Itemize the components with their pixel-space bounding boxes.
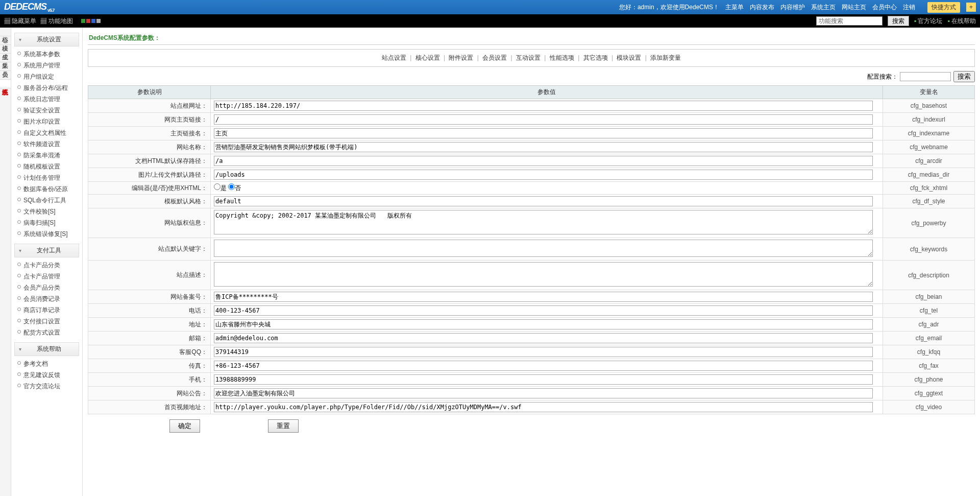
official-forum-link[interactable]: ▪ 官方论坛 <box>914 17 943 26</box>
vtab-会员[interactable]: 会员 <box>0 62 11 71</box>
theme-color-picker[interactable] <box>81 19 101 23</box>
theme-blue[interactable] <box>91 19 95 23</box>
submit-button[interactable]: 确定 <box>169 419 200 433</box>
vtab-采集[interactable]: 采集 <box>0 54 11 62</box>
sidebar-item[interactable]: 参考文档 <box>16 358 79 369</box>
top-menu-注销[interactable]: 注销 <box>903 4 915 11</box>
param-input-cfg_medias_dir[interactable] <box>214 170 873 180</box>
theme-green[interactable] <box>81 19 85 23</box>
sidebar-item[interactable]: 商店订单记录 <box>16 304 79 316</box>
sidebar-item[interactable]: 意见建议反馈 <box>16 369 79 381</box>
function-search-button[interactable]: 搜索 <box>888 16 909 26</box>
section-header[interactable]: 系统帮助 <box>14 342 79 356</box>
theme-gray[interactable] <box>96 19 101 23</box>
config-tab[interactable]: 模块设置 <box>617 54 641 61</box>
vtab-模板[interactable]: 模板 <box>0 71 11 80</box>
vtab-系统[interactable]: 系统 <box>0 80 11 88</box>
quick-mode-button[interactable]: 快捷方式 <box>927 2 960 13</box>
param-input-cfg_beian[interactable] <box>214 292 873 302</box>
param-input-cfg_indexname[interactable] <box>214 128 873 138</box>
function-search-input[interactable] <box>816 16 883 26</box>
param-input-cfg_indexurl[interactable] <box>214 114 873 125</box>
config-tab[interactable]: 站点设置 <box>382 54 406 61</box>
config-tab[interactable]: 性能选项 <box>550 54 574 61</box>
param-var: cfg_powerby <box>883 208 975 238</box>
section-header[interactable]: 系统设置 <box>14 33 79 46</box>
param-input-cfg_webname[interactable] <box>214 142 873 152</box>
sidebar-item[interactable]: 系统用户管理 <box>16 60 79 71</box>
sidebar-item[interactable]: 验证安全设置 <box>16 105 79 116</box>
param-input-cfg_email[interactable] <box>214 333 873 343</box>
param-label: 站点默认关键字： <box>88 238 211 261</box>
param-input-cfg_video[interactable] <box>214 402 873 412</box>
param-input-cfg_kfqq[interactable] <box>214 347 873 357</box>
online-help-link[interactable]: ▪ 在线帮助 <box>947 17 976 26</box>
sidebar-item[interactable]: 软件频道设置 <box>16 138 79 150</box>
param-label: 手机： <box>88 373 211 387</box>
param-textarea-cfg_keywords[interactable] <box>214 240 873 257</box>
sidebar-item[interactable]: 配货方式设置 <box>16 327 79 338</box>
reset-button[interactable]: 重置 <box>268 419 299 433</box>
sidebar-item[interactable]: 图片水印设置 <box>16 116 79 127</box>
sidebar-item[interactable]: 支付接口设置 <box>16 316 79 327</box>
hide-menu-link[interactable]: ▦ 隐藏菜单 <box>4 17 36 26</box>
plus-button[interactable]: + <box>966 3 976 12</box>
param-textarea-cfg_powerby[interactable] <box>214 210 873 234</box>
sidebar-item[interactable]: 数据库备份/还原 <box>16 183 79 195</box>
param-input-cfg_basehost[interactable] <box>214 101 873 111</box>
theme-red[interactable] <box>86 19 90 23</box>
param-textarea-cfg_description[interactable] <box>214 262 873 287</box>
sidebar-item[interactable]: 系统错误修复[S] <box>16 228 79 240</box>
param-var: cfg_kfqq <box>883 345 975 359</box>
config-search-input[interactable] <box>900 72 951 81</box>
param-input-cfg_tel[interactable] <box>214 305 873 316</box>
vtab-生成[interactable]: 生成 <box>0 45 11 54</box>
sidebar-item[interactable]: 点卡产品分类 <box>16 259 79 271</box>
sidebar-item[interactable]: 防采集串混淆 <box>16 150 79 161</box>
sidebar: 系统设置系统基本参数系统用户管理用户组设定服务器分布/远程系统日志管理验证安全设… <box>11 28 83 496</box>
function-map-link[interactable]: ▦ 功能地图 <box>40 17 72 26</box>
sidebar-item[interactable]: 文件校验[S] <box>16 206 79 217</box>
top-menu-内容发布[interactable]: 内容发布 <box>750 4 774 11</box>
vtab-核心[interactable]: 核心 <box>0 28 11 36</box>
sidebar-item[interactable]: 点卡产品管理 <box>16 271 79 282</box>
sidebar-item[interactable]: 官方交流论坛 <box>16 381 79 392</box>
sidebar-item[interactable]: SQL命令行工具 <box>16 195 79 206</box>
config-tab[interactable]: 核心设置 <box>415 54 440 61</box>
top-menu-网站主页[interactable]: 网站主页 <box>842 4 866 11</box>
sidebar-item[interactable]: 会员产品分类 <box>16 282 79 293</box>
radio-no[interactable] <box>228 183 235 190</box>
vtab-模块[interactable]: 模块 <box>0 36 11 45</box>
sidebar-item[interactable]: 计划任务管理 <box>16 172 79 183</box>
sidebar-item[interactable]: 用户组设定 <box>16 71 79 82</box>
sidebar-item[interactable]: 随机模板设置 <box>16 161 79 172</box>
param-input-cfg_phone[interactable] <box>214 374 873 385</box>
sidebar-item[interactable]: 自定义文档属性 <box>16 127 79 138</box>
param-label: 站点描述： <box>88 261 211 290</box>
config-tab[interactable]: 会员设置 <box>482 54 507 61</box>
param-input-cfg_arcdir[interactable] <box>214 156 873 166</box>
radio-yes[interactable] <box>214 183 220 190</box>
sidebar-item[interactable]: 系统基本参数 <box>16 49 79 60</box>
param-input-cfg_adr[interactable] <box>214 319 873 329</box>
top-menu-主菜单[interactable]: 主菜单 <box>725 4 744 11</box>
param-row: 图片/上传文件默认路径：cfg_medias_dir <box>88 168 975 182</box>
top-menu-内容维护[interactable]: 内容维护 <box>780 4 805 11</box>
config-tab[interactable]: 互动设置 <box>516 54 541 61</box>
sidebar-item[interactable]: 会员消费记录 <box>16 293 79 304</box>
sidebar-item[interactable]: 服务器分布/远程 <box>16 82 79 93</box>
config-tab[interactable]: 其它选项 <box>583 54 608 61</box>
sidebar-item[interactable]: 病毒扫描[S] <box>16 217 79 228</box>
top-menu-系统主页[interactable]: 系统主页 <box>811 4 836 11</box>
config-tab[interactable]: 添加新变量 <box>650 54 681 61</box>
param-label: 客服QQ： <box>88 345 211 359</box>
config-search-button[interactable]: 搜索 <box>953 71 975 82</box>
param-input-cfg_fax[interactable] <box>214 361 873 371</box>
config-search-bar: 配置搜索： 搜索 <box>88 71 975 82</box>
config-tab[interactable]: 附件设置 <box>449 54 473 61</box>
param-input-cfg_df_style[interactable] <box>214 196 873 206</box>
section-header[interactable]: 支付工具 <box>14 244 79 257</box>
top-menu-会员中心[interactable]: 会员中心 <box>872 4 897 11</box>
sidebar-item[interactable]: 系统日志管理 <box>16 93 79 105</box>
param-input-cfg_ggtext[interactable] <box>214 388 873 398</box>
